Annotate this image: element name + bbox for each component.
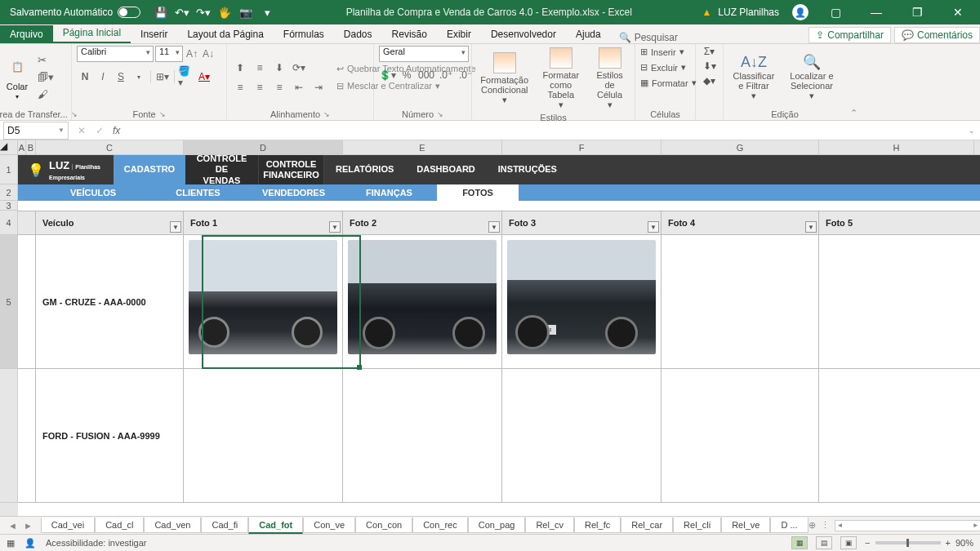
sheet-tab[interactable]: Cad_vei [41,518,95,533]
format-cells-button[interactable]: ▦Formatar ▾ [640,77,697,89]
font-name-select[interactable]: Calibri [77,46,154,62]
warning-icon[interactable]: ▲ [702,7,711,18]
sheet-tab[interactable]: Con_rec [412,518,468,533]
redo-icon[interactable]: ↷▾ [194,3,212,21]
decrease-indent-icon[interactable]: ⇤ [291,79,307,96]
font-color-icon[interactable]: A▾ [196,69,212,85]
filter-icon[interactable]: ▼ [329,221,341,233]
bold-button[interactable]: N [77,69,93,85]
format-painter-icon[interactable]: 🖌 [38,88,54,100]
macro-icon[interactable]: ▦ [7,538,15,549]
autosum-icon[interactable]: Σ▾ [704,46,715,57]
filter-icon[interactable]: ▼ [488,221,500,233]
decrease-decimal-icon[interactable]: .0⁻ [457,67,474,83]
nav-financeiro[interactable]: CONTROLE FINANCEIRO [259,155,324,184]
expand-icon[interactable]: ↘ [159,110,166,118]
close-button[interactable]: ✕ [939,0,977,24]
sheet-tab[interactable]: Rel_car [621,518,673,533]
qat-dropdown-icon[interactable]: ▾ [258,3,276,21]
nav-cadastro[interactable]: CADASTRO [114,155,185,184]
zoom-level[interactable]: 90% [956,538,973,548]
autosave-toggle[interactable]: Salvamento Automático [3,7,147,18]
th-foto1[interactable]: Foto 1▼ [184,211,343,234]
filter-icon[interactable]: ▼ [170,221,181,233]
increase-indent-icon[interactable]: ⇥ [310,79,327,96]
expand-formula-icon[interactable]: ⌄ [964,127,980,135]
add-sheet-icon[interactable]: ⊕ [808,520,816,531]
share-button[interactable]: ⇪Compartilhar [808,27,891,43]
normal-view-icon[interactable]: ▦ [791,536,808,549]
cell-foto5[interactable] [819,369,977,502]
cell-foto1[interactable] [184,235,343,368]
sheet-tab[interactable]: D ... [770,518,808,533]
tab-file[interactable]: Arquivo [0,25,53,43]
sheet-tab[interactable]: Con_ve [303,518,355,533]
sheet-tab[interactable]: Rel_ve [721,518,770,533]
align-top-icon[interactable]: ⬆ [232,60,248,76]
border-icon[interactable]: ⊞▾ [154,69,171,85]
minimize-button[interactable]: — [858,0,895,24]
align-bottom-icon[interactable]: ⬇ [271,60,287,76]
tab-layout[interactable]: Layout da Página [177,25,273,43]
toggle-icon[interactable] [118,7,140,18]
tab-formulas[interactable]: Fórmulas [274,25,334,43]
tab-view[interactable]: Exibir [437,25,481,43]
zoom-out-icon[interactable]: − [865,538,870,548]
fill-icon[interactable]: ⬇▾ [703,60,716,72]
align-middle-icon[interactable]: ≡ [252,60,268,76]
select-all-icon[interactable]: ◢ [0,140,18,154]
nav-dashboard[interactable]: DASHBOARD [405,155,487,184]
cell-foto4[interactable] [662,369,819,502]
cell-foto3[interactable] [502,369,662,502]
cell-foto2[interactable] [343,235,502,368]
percent-icon[interactable]: % [399,67,415,83]
row-3[interactable]: 3 [0,201,18,211]
th-foto5[interactable]: Foto 5 [819,211,977,234]
sort-filter-button[interactable]: A↓ZClassificar e Filtrar ▾ [728,54,779,101]
col-e[interactable]: E [343,140,502,154]
underline-button[interactable]: S [113,69,129,85]
col-h[interactable]: H [819,140,974,154]
sheet-tab[interactable]: Cad_ven [144,518,201,533]
row-1[interactable]: 1 [0,155,18,184]
save-icon[interactable]: 💾 [152,3,170,21]
tab-next-icon[interactable]: ► [24,521,33,531]
tab-insert[interactable]: Inserir [131,25,177,43]
account-label[interactable]: LUZ Planilhas [718,7,779,18]
cancel-icon[interactable]: ✕ [74,125,90,136]
delete-cells-button[interactable]: ⊟Excluir ▾ [640,61,686,73]
th-veiculo[interactable]: Veículo▼ [36,211,184,234]
subnav-financas[interactable]: FINANÇAS [341,184,437,201]
copy-icon[interactable]: 🗐▾ [38,71,54,83]
insert-cells-button[interactable]: ⊞Inserir ▾ [640,46,684,58]
tab-help[interactable]: Ajuda [566,25,611,43]
undo-icon[interactable]: ↶▾ [173,3,191,21]
filter-icon[interactable]: ▼ [648,221,659,233]
subnav-veiculos[interactable]: VEÍCULOS [36,184,150,201]
cell-foto1[interactable] [184,369,343,502]
nav-relatorios[interactable]: RELATÓRIOS [324,155,405,184]
expand-icon[interactable]: ↘ [437,110,443,118]
clear-icon[interactable]: ◆▾ [703,75,715,87]
cell-foto4[interactable] [662,235,819,368]
comments-button[interactable]: 💬Comentários [894,27,980,43]
conditional-format-button[interactable]: Formatação Condicional ▾ [477,51,532,107]
th-foto2[interactable]: Foto 2▼ [343,211,502,234]
increase-decimal-icon[interactable]: .0⁺ [438,67,454,83]
cell-vehicle[interactable]: GM - CRUZE - AAA-0000 [36,235,184,368]
align-center-icon[interactable]: ≡ [252,79,268,96]
sheet-tab[interactable]: Rel_cli [673,518,721,533]
maximize-button[interactable]: ❐ [898,0,936,24]
align-right-icon[interactable]: ≡ [271,79,287,96]
sheet-tab[interactable]: Con_pag [468,518,526,533]
row-2[interactable]: 2 [0,184,18,201]
paste-button[interactable]: 📋 Colar ▾ [5,54,29,100]
subnav-fotos[interactable]: FOTOS [437,184,519,201]
orientation-icon[interactable]: ⟳▾ [291,60,307,76]
col-g[interactable]: G [662,140,819,154]
row-5[interactable]: 5 [0,235,18,369]
enter-icon[interactable]: ✓ [91,125,108,136]
col-a[interactable]: A [18,140,26,154]
align-left-icon[interactable]: ≡ [232,79,248,96]
ribbon-display-icon[interactable]: ▢ [817,0,854,24]
